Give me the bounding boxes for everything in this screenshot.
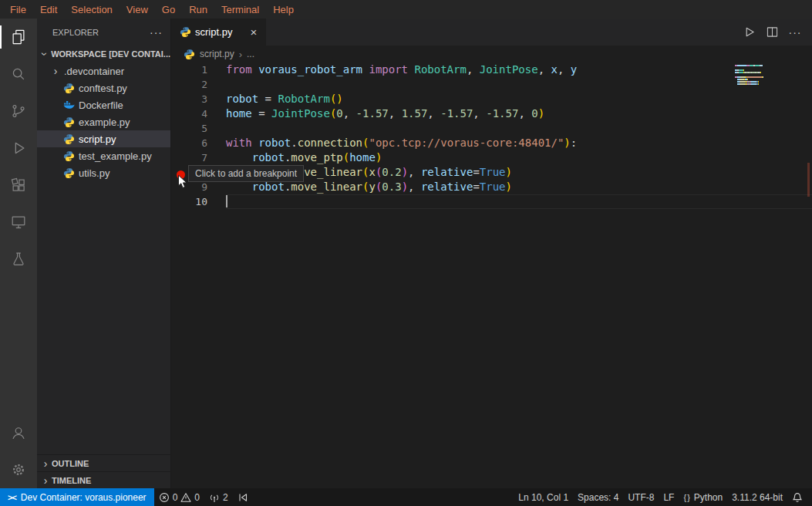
menu-item-file[interactable]: File (3, 0, 33, 19)
breakpoint-gutter[interactable] (172, 136, 186, 150)
tab-script-py[interactable]: script.py × (172, 19, 266, 46)
line-number[interactable]: 10 (186, 194, 207, 209)
testing-icon[interactable] (0, 241, 37, 278)
file-label: test_example.py (79, 150, 152, 162)
explorer-icon[interactable] (0, 19, 37, 56)
file-item-utils.py[interactable]: utils.py (37, 164, 170, 181)
line-text[interactable]: from voraus_robot_arm import RobotArm, J… (226, 62, 812, 77)
breakpoint-gutter[interactable] (172, 106, 186, 121)
breadcrumb-more[interactable]: ... (247, 49, 254, 59)
search-icon[interactable] (0, 56, 37, 93)
outline-section-header[interactable]: › OUTLINE (37, 454, 170, 471)
menu-item-selection[interactable]: Selection (64, 0, 119, 19)
file-label: script.py (79, 133, 116, 145)
code-line-7[interactable]: 7 robot.move_ptp(home) (172, 150, 812, 165)
code-line-2[interactable]: 2 (172, 77, 812, 92)
chevron-right-icon: › (51, 65, 60, 77)
line-text[interactable] (226, 77, 812, 92)
forwarded-ports-status[interactable]: 2 (204, 488, 233, 506)
menu-item-run[interactable]: Run (182, 0, 214, 19)
file-item-example.py[interactable]: example.py (37, 113, 170, 130)
remote-indicator[interactable]: >< Dev Container: voraus.pioneer (0, 488, 154, 506)
line-text[interactable] (226, 194, 812, 209)
file-item-test_example.py[interactable]: test_example.py (37, 147, 170, 164)
code-editor[interactable]: 1from voraus_robot_arm import RobotArm, … (172, 62, 812, 488)
workspace-section-header[interactable]: › WORKSPACE [DEV CONTAI... (37, 46, 170, 62)
file-label: example.py (79, 116, 130, 128)
line-text[interactable]: robot = RobotArm() (226, 92, 812, 106)
split-editor-icon[interactable] (763, 23, 781, 42)
code-line-6[interactable]: 6with robot.connection("opc.tcp://voraus… (172, 136, 812, 150)
menu-item-go[interactable]: Go (155, 0, 182, 19)
file-item-conftest.py[interactable]: conftest.py (37, 79, 170, 96)
timeline-section-header[interactable]: › TIMELINE (37, 471, 170, 488)
sidebar-header: EXPLORER ··· (37, 19, 170, 46)
file-item-script.py[interactable]: script.py (37, 130, 170, 147)
python-interpreter-status[interactable]: 3.11.2 64-bit (727, 488, 787, 506)
line-number[interactable]: 2 (186, 77, 207, 92)
line-text[interactable]: robot.move_linear(x(0.2), relative=True) (226, 165, 812, 180)
source-control-icon[interactable] (0, 93, 37, 130)
indentation-status[interactable]: Spaces: 4 (573, 488, 623, 506)
remote-explorer-icon[interactable] (0, 204, 37, 241)
settings-gear-icon[interactable] (0, 451, 37, 488)
text-cursor (226, 195, 227, 207)
line-number[interactable]: 5 (186, 121, 207, 136)
line-number[interactable]: 7 (186, 150, 207, 165)
bell-icon (792, 492, 803, 503)
line-number[interactable]: 6 (186, 136, 207, 150)
language-status[interactable]: {} Python (679, 488, 727, 506)
line-text[interactable] (226, 121, 812, 136)
file-label: conftest.py (79, 83, 127, 94)
menu-item-help[interactable]: Help (266, 0, 301, 19)
line-number[interactable]: 1 (186, 62, 207, 77)
python-icon (63, 167, 75, 179)
code-line-5[interactable]: 5 (172, 121, 812, 136)
python-icon (63, 150, 75, 162)
notifications-bell[interactable] (787, 488, 807, 506)
run-python-file-icon[interactable] (740, 23, 758, 42)
code-line-4[interactable]: 4home = JointPose(0, -1.57, 1.57, -1.57,… (172, 106, 812, 121)
breakpoint-gutter[interactable] (172, 194, 186, 209)
breakpoint-gutter[interactable] (172, 150, 186, 165)
code-line-1[interactable]: 1from voraus_robot_arm import RobotArm, … (172, 62, 812, 77)
problems-status[interactable]: 0 0 (154, 488, 204, 506)
chevron-right-icon: › (41, 474, 50, 487)
line-text[interactable]: with robot.connection("opc.tcp://voraus-… (226, 136, 812, 150)
breakpoint-gutter[interactable] (172, 62, 186, 77)
breadcrumb-file[interactable]: script.py (200, 49, 234, 59)
breakpoint-gutter[interactable] (172, 121, 186, 136)
chevron-down-icon: › (39, 50, 51, 58)
code-line-3[interactable]: 3robot = RobotArm() (172, 92, 812, 106)
more-actions-icon[interactable]: ··· (786, 23, 804, 42)
line-text[interactable]: robot.move_ptp(home) (226, 150, 812, 165)
extensions-icon[interactable] (0, 167, 37, 204)
editor-actions: ··· (740, 19, 812, 46)
code-line-10[interactable]: 10 (172, 194, 812, 209)
error-icon (159, 492, 170, 503)
run-task-status[interactable] (233, 488, 253, 506)
file-item-.devcontainer[interactable]: ›.devcontainer (37, 62, 170, 79)
menu-item-terminal[interactable]: Terminal (214, 0, 266, 19)
line-text[interactable]: robot.move_linear(y(0.3), relative=True) (226, 180, 812, 194)
remote-label: Dev Container: voraus.pioneer (21, 492, 147, 503)
run-and-debug-icon[interactable] (0, 130, 37, 167)
menu-item-view[interactable]: View (120, 0, 155, 19)
sidebar-title: EXPLORER (52, 28, 99, 37)
close-tab-icon[interactable]: × (246, 25, 261, 40)
tab-label: script.py (195, 26, 232, 38)
menu-item-edit[interactable]: Edit (33, 0, 64, 19)
breakpoint-gutter[interactable] (172, 92, 186, 106)
cursor-position-status[interactable]: Ln 10, Col 1 (514, 488, 573, 506)
line-number[interactable]: 3 (186, 92, 207, 106)
line-number[interactable]: 4 (186, 106, 207, 121)
breakpoint-gutter[interactable] (172, 77, 186, 92)
accounts-icon[interactable] (0, 414, 37, 451)
eol-status[interactable]: LF (659, 488, 679, 506)
minimap[interactable] (735, 65, 769, 88)
encoding-status[interactable]: UTF-8 (623, 488, 659, 506)
docker-icon (63, 100, 75, 111)
line-text[interactable]: home = JointPose(0, -1.57, 1.57, -1.57, … (226, 106, 812, 121)
file-item-Dockerfile[interactable]: Dockerfile (37, 96, 170, 113)
sidebar-more-actions-icon[interactable]: ··· (150, 29, 163, 36)
